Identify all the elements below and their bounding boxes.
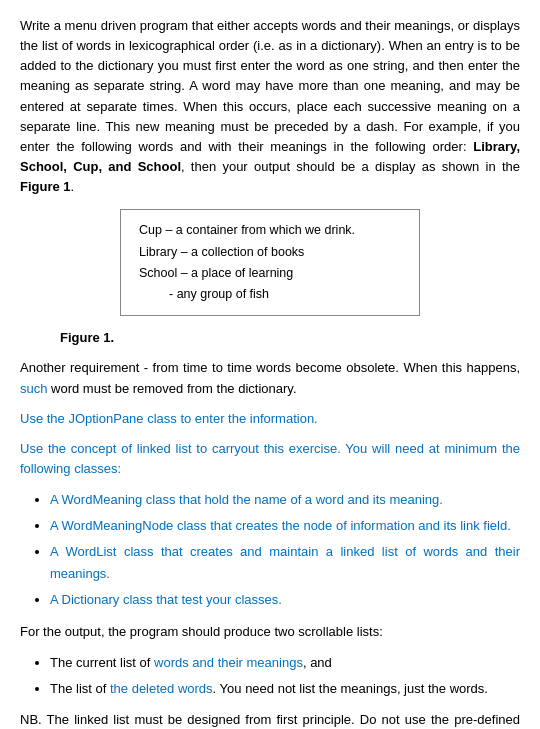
figure-label: Figure 1. [60, 328, 520, 348]
figure-line-3: School – a place of learning [139, 263, 401, 284]
intro-paragraph: Write a menu driven program that either … [20, 16, 520, 197]
bullet-item-2: A WordMeaningNode class that creates the… [50, 515, 520, 537]
intro-text-1: Write a menu driven program that either … [20, 18, 520, 154]
output-text-2-start: The list of [50, 681, 110, 696]
bullet-item-4: A Dictionary class that test your classe… [50, 589, 520, 611]
linked-list-text: Use the concept of linked list to carryo… [20, 441, 520, 476]
bullet-item-3: A WordList class that creates and mainta… [50, 541, 520, 585]
output-text-1-highlight: words and their meanings [154, 655, 303, 670]
output-bullet-1: The current list of words and their mean… [50, 652, 520, 674]
main-content: Write a menu driven program that either … [20, 16, 520, 729]
intro-text-end2: . [71, 179, 75, 194]
nb-paragraph: NB. The linked list must be designed fro… [20, 710, 520, 729]
output-text-2-end: . You need not list the meanings, just t… [213, 681, 488, 696]
output-list: The current list of words and their mean… [50, 652, 520, 700]
figure-line-4: - any group of fish [169, 284, 401, 305]
figure-line-1: Cup – a container from which we drink. [139, 220, 401, 241]
figure-ref: Figure 1 [20, 179, 71, 194]
figure-label-text: Figure 1. [60, 330, 114, 345]
bullet-text-1: A WordMeaning class that hold the name o… [50, 492, 443, 507]
output-text-1-start: The current list of [50, 655, 154, 670]
intro-text-end: , then your output should be a display a… [181, 159, 520, 174]
output-text-1-end: , and [303, 655, 332, 670]
bullet-text-4: A Dictionary class that test your classe… [50, 592, 282, 607]
requirement-paragraph: Another requirement - from time to time … [20, 358, 520, 398]
req-text-start: Another requirement - from time to time … [20, 360, 520, 375]
req-highlight-such: such [20, 381, 47, 396]
bullet-text-2: A WordMeaningNode class that creates the… [50, 518, 511, 533]
output-paragraph: For the output, the program should produ… [20, 622, 520, 642]
figure-box: Cup – a container from which we drink. L… [120, 209, 420, 316]
bullet-item-1: A WordMeaning class that hold the name o… [50, 489, 520, 511]
bullet-text-3: A WordList class that creates and mainta… [50, 544, 520, 581]
req-text-end: word must be removed from the dictionary… [47, 381, 296, 396]
output-bullet-2: The list of the deleted words. You need … [50, 678, 520, 700]
linked-list-paragraph: Use the concept of linked list to carryo… [20, 439, 520, 479]
joption-text: Use the JOptionPane class to enter the i… [20, 411, 318, 426]
figure-line-2: Library – a collection of books [139, 242, 401, 263]
output-text-2-highlight: the deleted words [110, 681, 213, 696]
joption-paragraph: Use the JOptionPane class to enter the i… [20, 409, 520, 429]
classes-list: A WordMeaning class that hold the name o… [50, 489, 520, 611]
